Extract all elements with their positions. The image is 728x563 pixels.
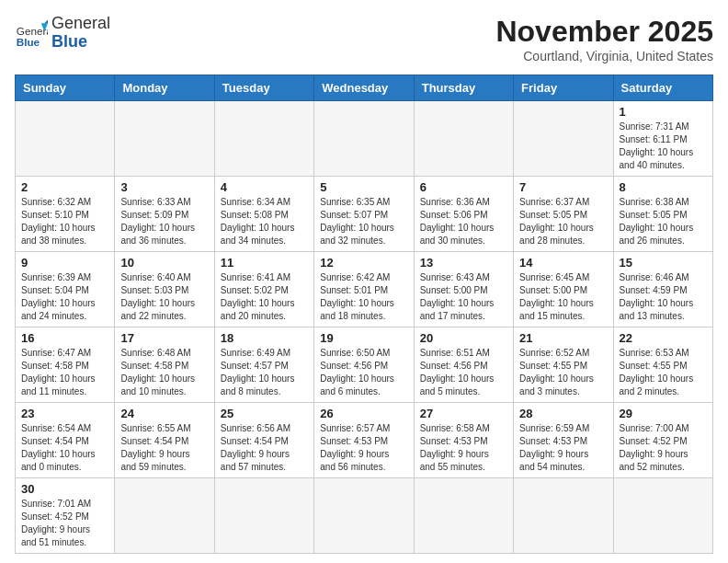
day-info: Sunrise: 6:46 AM Sunset: 4:59 PM Dayligh…	[620, 271, 707, 323]
day-number: 18	[221, 331, 308, 345]
day-info: Sunrise: 6:41 AM Sunset: 5:02 PM Dayligh…	[221, 271, 308, 323]
table-row: 15Sunrise: 6:46 AM Sunset: 4:59 PM Dayli…	[613, 252, 712, 327]
day-info: Sunrise: 6:59 AM Sunset: 4:53 PM Dayligh…	[519, 422, 607, 474]
table-row: 11Sunrise: 6:41 AM Sunset: 5:02 PM Dayli…	[214, 252, 313, 327]
day-info: Sunrise: 6:33 AM Sunset: 5:09 PM Dayligh…	[120, 196, 208, 247]
day-number: 5	[320, 180, 407, 194]
day-number: 22	[620, 331, 707, 345]
day-info: Sunrise: 6:45 AM Sunset: 5:00 PM Dayligh…	[519, 271, 607, 323]
table-row	[314, 478, 414, 554]
header-saturday: Saturday	[613, 75, 712, 101]
table-row	[414, 478, 513, 554]
day-number: 20	[420, 331, 507, 345]
table-row: 25Sunrise: 6:56 AM Sunset: 4:54 PM Dayli…	[214, 403, 313, 478]
header-tuesday: Tuesday	[214, 75, 313, 101]
table-row: 19Sunrise: 6:50 AM Sunset: 4:56 PM Dayli…	[314, 327, 414, 403]
day-number: 8	[620, 180, 707, 194]
table-row	[314, 101, 414, 177]
title-block: November 2025 Courtland, Virginia, Unite…	[495, 15, 713, 63]
table-row: 14Sunrise: 6:45 AM Sunset: 5:00 PM Dayli…	[514, 252, 613, 327]
day-info: Sunrise: 7:01 AM Sunset: 4:52 PM Dayligh…	[21, 498, 108, 549]
day-number: 29	[620, 407, 707, 420]
table-row: 3Sunrise: 6:33 AM Sunset: 5:09 PM Daylig…	[115, 177, 214, 252]
table-row: 12Sunrise: 6:42 AM Sunset: 5:01 PM Dayli…	[314, 252, 414, 327]
day-number: 25	[221, 407, 308, 420]
day-info: Sunrise: 6:50 AM Sunset: 4:56 PM Dayligh…	[320, 347, 407, 398]
location-subtitle: Courtland, Virginia, United States	[495, 49, 713, 63]
header-thursday: Thursday	[414, 75, 513, 101]
logo: General Blue General Blue	[15, 15, 110, 52]
day-number: 14	[519, 256, 607, 270]
day-number: 30	[21, 482, 108, 496]
day-number: 11	[221, 256, 308, 270]
table-row: 24Sunrise: 6:55 AM Sunset: 4:54 PM Dayli…	[115, 403, 214, 478]
table-row: 17Sunrise: 6:48 AM Sunset: 4:58 PM Dayli…	[115, 327, 214, 403]
day-number: 21	[519, 331, 607, 345]
calendar-table: Sunday Monday Tuesday Wednesday Thursday…	[15, 75, 713, 554]
day-info: Sunrise: 6:51 AM Sunset: 4:56 PM Dayligh…	[420, 347, 507, 398]
day-number: 12	[320, 256, 407, 270]
day-info: Sunrise: 6:49 AM Sunset: 4:57 PM Dayligh…	[221, 347, 308, 398]
day-info: Sunrise: 6:55 AM Sunset: 4:54 PM Dayligh…	[120, 422, 208, 474]
table-row: 26Sunrise: 6:57 AM Sunset: 4:53 PM Dayli…	[314, 403, 414, 478]
day-number: 23	[21, 407, 108, 420]
day-info: Sunrise: 7:31 AM Sunset: 6:11 PM Dayligh…	[620, 121, 707, 172]
logo-blue: Blue	[51, 33, 110, 52]
table-row	[214, 478, 313, 554]
table-row: 20Sunrise: 6:51 AM Sunset: 4:56 PM Dayli…	[414, 327, 513, 403]
day-info: Sunrise: 6:52 AM Sunset: 4:55 PM Dayligh…	[519, 347, 607, 398]
table-row: 1Sunrise: 7:31 AM Sunset: 6:11 PM Daylig…	[613, 101, 712, 177]
day-info: Sunrise: 6:47 AM Sunset: 4:58 PM Dayligh…	[21, 347, 108, 398]
day-number: 6	[420, 180, 507, 194]
table-row: 8Sunrise: 6:38 AM Sunset: 5:05 PM Daylig…	[613, 177, 712, 252]
table-row	[613, 478, 712, 554]
day-info: Sunrise: 6:56 AM Sunset: 4:54 PM Dayligh…	[221, 422, 308, 474]
day-number: 16	[21, 331, 108, 345]
day-number: 24	[120, 407, 208, 420]
table-row	[115, 478, 214, 554]
day-info: Sunrise: 6:37 AM Sunset: 5:05 PM Dayligh…	[519, 196, 607, 247]
day-number: 3	[120, 180, 208, 194]
table-row: 6Sunrise: 6:36 AM Sunset: 5:06 PM Daylig…	[414, 177, 513, 252]
day-info: Sunrise: 6:36 AM Sunset: 5:06 PM Dayligh…	[420, 196, 507, 247]
calendar-row: 16Sunrise: 6:47 AM Sunset: 4:58 PM Dayli…	[16, 327, 713, 403]
day-number: 19	[320, 331, 407, 345]
table-row: 4Sunrise: 6:34 AM Sunset: 5:08 PM Daylig…	[214, 177, 313, 252]
day-number: 26	[320, 407, 407, 420]
logo-text: General Blue	[51, 15, 110, 52]
day-number: 10	[120, 256, 208, 270]
table-row: 28Sunrise: 6:59 AM Sunset: 4:53 PM Dayli…	[514, 403, 613, 478]
logo-general: General	[51, 15, 110, 33]
logo-icon: General Blue	[15, 17, 48, 50]
day-info: Sunrise: 6:48 AM Sunset: 4:58 PM Dayligh…	[120, 347, 208, 398]
table-row: 9Sunrise: 6:39 AM Sunset: 5:04 PM Daylig…	[16, 252, 115, 327]
calendar-row: 9Sunrise: 6:39 AM Sunset: 5:04 PM Daylig…	[16, 252, 713, 327]
day-number: 15	[620, 256, 707, 270]
day-info: Sunrise: 6:58 AM Sunset: 4:53 PM Dayligh…	[420, 422, 507, 474]
table-row: 2Sunrise: 6:32 AM Sunset: 5:10 PM Daylig…	[16, 177, 115, 252]
day-info: Sunrise: 6:43 AM Sunset: 5:00 PM Dayligh…	[420, 271, 507, 323]
day-number: 4	[221, 180, 308, 194]
calendar-row: 1Sunrise: 7:31 AM Sunset: 6:11 PM Daylig…	[16, 101, 713, 177]
table-row: 30Sunrise: 7:01 AM Sunset: 4:52 PM Dayli…	[16, 478, 115, 554]
svg-text:Blue: Blue	[17, 36, 40, 48]
day-info: Sunrise: 7:00 AM Sunset: 4:52 PM Dayligh…	[620, 422, 707, 474]
day-info: Sunrise: 6:42 AM Sunset: 5:01 PM Dayligh…	[320, 271, 407, 323]
header-friday: Friday	[514, 75, 613, 101]
header-wednesday: Wednesday	[314, 75, 414, 101]
day-info: Sunrise: 6:34 AM Sunset: 5:08 PM Dayligh…	[221, 196, 308, 247]
day-number: 27	[420, 407, 507, 420]
table-row: 16Sunrise: 6:47 AM Sunset: 4:58 PM Dayli…	[16, 327, 115, 403]
table-row	[16, 101, 115, 177]
table-row: 22Sunrise: 6:53 AM Sunset: 4:55 PM Dayli…	[613, 327, 712, 403]
day-info: Sunrise: 6:53 AM Sunset: 4:55 PM Dayligh…	[620, 347, 707, 398]
header-sunday: Sunday	[16, 75, 115, 101]
calendar-row: 23Sunrise: 6:54 AM Sunset: 4:54 PM Dayli…	[16, 403, 713, 478]
header-monday: Monday	[115, 75, 214, 101]
day-number: 2	[21, 180, 108, 194]
day-info: Sunrise: 6:57 AM Sunset: 4:53 PM Dayligh…	[320, 422, 407, 474]
day-number: 17	[120, 331, 208, 345]
day-number: 13	[420, 256, 507, 270]
day-number: 28	[519, 407, 607, 420]
calendar-row: 30Sunrise: 7:01 AM Sunset: 4:52 PM Dayli…	[16, 478, 713, 554]
